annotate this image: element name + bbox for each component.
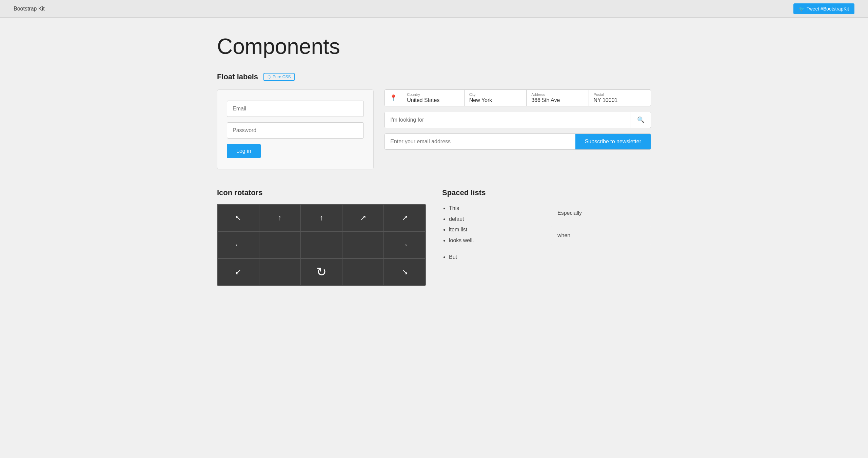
icon-cell-n1[interactable]: ↑ (259, 204, 301, 231)
city-value: New York (469, 97, 521, 103)
spaced-list-grid: This defaut item list looks well. But Es… (442, 204, 651, 264)
icon-cell-ne1[interactable]: ↗ (342, 204, 384, 231)
country-value: United States (407, 97, 459, 103)
spaced-lists-section: Spaced lists This defaut item list looks… (442, 188, 651, 286)
search-bar: 🔍 (384, 112, 651, 128)
address-value: 366 5th Ave (531, 97, 584, 103)
icon-cell-ne2[interactable]: ↗ (384, 204, 426, 231)
icon-cell-refresh[interactable]: ↻ (301, 258, 342, 286)
login-button[interactable]: Log in (227, 144, 261, 158)
address-field[interactable]: Address 366 5th Ave (527, 90, 589, 106)
icon-cell-mid2 (301, 231, 342, 258)
spaced-lists-title: Spaced lists (442, 188, 651, 197)
list-item: defaut (449, 215, 542, 224)
bottom-grid: Icon rotators ↖ ↑ ↑ ↗ ↗ ← → ↙ ↻ ↘ Space (217, 188, 651, 286)
tweet-button[interactable]: 🐦 Tweet #BootstrapKit (793, 3, 854, 14)
navbar-brand: Bootstrap Kit (14, 6, 45, 12)
float-labels-header: Float labels ⬡ Pure CSS (217, 72, 651, 81)
city-label: City (469, 92, 521, 97)
float-labels-grid: Log in 📍 Country United States City New … (217, 89, 651, 169)
main-content: Components Float labels ⬡ Pure CSS Log i… (197, 18, 671, 302)
search-icon: 🔍 (637, 117, 645, 123)
icon-rotators-section: Icon rotators ↖ ↑ ↑ ↗ ↗ ← → ↙ ↻ ↘ (217, 188, 426, 286)
pure-css-badge: ⬡ Pure CSS (263, 73, 295, 81)
list-item: item list (449, 225, 542, 234)
postal-label: Postal (594, 92, 646, 97)
list-card-especially: Especially (551, 204, 651, 222)
icon-rotators-title: Icon rotators (217, 188, 426, 197)
search-input[interactable] (385, 112, 631, 128)
address-bar: 📍 Country United States City New York Ad… (384, 89, 651, 106)
subscribe-button[interactable]: Subscribe to newsletter (575, 134, 651, 149)
address-label: Address (531, 92, 584, 97)
icon-cell-bot1 (259, 258, 301, 286)
icon-grid: ↖ ↑ ↑ ↗ ↗ ← → ↙ ↻ ↘ (217, 204, 426, 286)
postal-value: NY 10001 (594, 97, 646, 103)
icon-cell-w[interactable]: ← (217, 231, 259, 258)
login-box: Log in (217, 89, 374, 169)
city-field[interactable]: City New York (465, 90, 527, 106)
css-icon: ⬡ (268, 75, 271, 79)
float-labels-title: Float labels (217, 72, 258, 81)
icon-cell-e[interactable]: → (384, 231, 426, 258)
icon-cell-se[interactable]: ↘ (384, 258, 426, 286)
postal-field[interactable]: Postal NY 10001 (589, 90, 651, 106)
country-field[interactable]: Country United States (402, 90, 464, 106)
float-right-column: 📍 Country United States City New York Ad… (384, 89, 651, 169)
email-field[interactable] (227, 101, 364, 117)
navbar: Bootstrap Kit 🐦 Tweet #BootstrapKit (0, 0, 868, 18)
icon-cell-mid3 (342, 231, 384, 258)
list-card-when: when (551, 226, 651, 245)
list-item: looks well. (449, 236, 542, 245)
country-label: Country (407, 92, 459, 97)
icon-cell-n2[interactable]: ↑ (301, 204, 342, 231)
icon-cell-sw[interactable]: ↙ (217, 258, 259, 286)
list-spacer (449, 247, 542, 251)
list-cards: Especially when (551, 204, 651, 264)
list-item: But (449, 253, 542, 262)
spaced-list: This defaut item list looks well. But (442, 204, 542, 264)
icon-cell-nw[interactable]: ↖ (217, 204, 259, 231)
icon-cell-mid1 (259, 231, 301, 258)
newsletter-bar: Subscribe to newsletter (384, 133, 651, 150)
icon-cell-bot2 (342, 258, 384, 286)
page-title: Components (217, 34, 651, 59)
list-item: This (449, 204, 542, 213)
password-field[interactable] (227, 122, 364, 139)
location-pin-icon: 📍 (385, 90, 402, 106)
twitter-icon: 🐦 (799, 6, 805, 12)
search-button[interactable]: 🔍 (631, 112, 651, 128)
newsletter-email-input[interactable] (385, 134, 575, 149)
